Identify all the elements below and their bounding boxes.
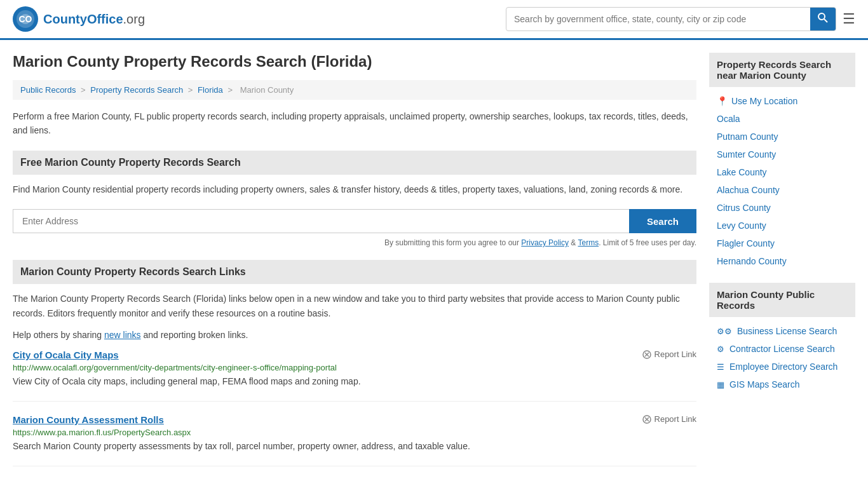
link-title-ocala-maps[interactable]: City of Ocala City Maps — [13, 349, 119, 360]
header-search-button[interactable] — [810, 8, 836, 30]
sidebar-item-hernando-county[interactable]: Hernando County — [709, 252, 855, 270]
link-url-ocala-maps[interactable]: http://www.ocalafl.org/government/city-d… — [13, 363, 696, 372]
report-icon-2 — [642, 415, 651, 424]
new-links-link[interactable]: new links — [104, 330, 141, 340]
sidebar-public-records-section: Marion County Public Records ⚙⚙ Business… — [709, 283, 855, 393]
link-url-assessment-rolls[interactable]: https://www.pa.marion.fl.us/PropertySear… — [13, 428, 696, 437]
svg-line-5 — [824, 19, 827, 22]
svg-point-4 — [818, 13, 825, 20]
links-section-heading: Marion County Property Records Search Li… — [13, 260, 696, 284]
link-desc-ocala-maps: View City of Ocala city maps, including … — [13, 375, 696, 388]
sidebar-nearby-section: Property Records Search near Marion Coun… — [709, 53, 855, 270]
header-search-bar — [506, 7, 836, 31]
terms-link[interactable]: Terms — [578, 238, 599, 247]
header-search-input[interactable] — [506, 9, 810, 29]
sidebar-item-putnam-county[interactable]: Putnam County — [709, 128, 855, 146]
sidebar-item-flagler-county[interactable]: Flagler County — [709, 234, 855, 252]
sidebar-public-records-heading: Marion County Public Records — [709, 283, 855, 317]
header: CO CountyOffice.org ☰ — [0, 0, 868, 40]
address-input[interactable] — [13, 209, 629, 233]
form-disclaimer: By submitting this form you agree to our… — [13, 238, 696, 247]
sidebar-item-business-license[interactable]: ⚙⚙ Business License Search — [709, 322, 855, 340]
sidebar-item-citrus-county[interactable]: Citrus County — [709, 199, 855, 217]
location-pin-icon: 📍 — [717, 96, 728, 106]
logo-icon: CO — [13, 6, 38, 32]
sidebar-item-employee-directory[interactable]: ☰ Employee Directory Search — [709, 358, 855, 376]
gear-icon-contractor: ⚙ — [717, 344, 724, 354]
logo-text: CountyOffice.org — [43, 12, 145, 27]
sidebar: Property Records Search near Marion Coun… — [709, 53, 855, 479]
report-icon — [642, 350, 651, 359]
header-right: ☰ — [506, 7, 855, 31]
list-icon-employee: ☰ — [717, 362, 724, 372]
page-title: Marion County Property Records Search (F… — [13, 53, 696, 71]
page-description: Perform a free Marion County, FL public … — [13, 109, 696, 138]
sidebar-item-lake-county[interactable]: Lake County — [709, 163, 855, 181]
grid-icon-gis: ▦ — [717, 380, 724, 390]
free-search-heading: Free Marion County Property Records Sear… — [13, 151, 696, 175]
privacy-policy-link[interactable]: Privacy Policy — [521, 238, 569, 247]
report-link-assessment-rolls[interactable]: Report Link — [642, 414, 696, 424]
breadcrumb-florida[interactable]: Florida — [198, 85, 223, 95]
breadcrumb-property-records-search[interactable]: Property Records Search — [90, 85, 183, 95]
search-button[interactable]: Search — [629, 209, 696, 233]
sidebar-item-gis-maps[interactable]: ▦ GIS Maps Search — [709, 376, 855, 393]
link-item: City of Ocala City Maps Report Link http… — [13, 349, 696, 402]
free-search-description: Find Marion County residential property … — [13, 182, 696, 196]
gear-icon-business: ⚙⚙ — [717, 327, 732, 336]
sidebar-item-ocala[interactable]: Ocala — [709, 110, 855, 128]
link-title-assessment-rolls[interactable]: Marion County Assessment Rolls — [13, 414, 164, 425]
sidebar-item-contractor-license[interactable]: ⚙ Contractor License Search — [709, 340, 855, 358]
sidebar-nearby-heading: Property Records Search near Marion Coun… — [709, 53, 855, 87]
sidebar-item-use-my-location[interactable]: 📍 Use My Location — [709, 92, 855, 110]
breadcrumb: Public Records > Property Records Search… — [13, 80, 696, 100]
report-link-ocala-maps[interactable]: Report Link — [642, 349, 696, 359]
address-search-form: Search — [13, 209, 696, 233]
links-section: The Marion County Property Records Searc… — [13, 292, 696, 466]
menu-button[interactable]: ☰ — [843, 11, 855, 27]
main-container: Marion County Property Records Search (F… — [0, 40, 868, 488]
content-area: Marion County Property Records Search (F… — [13, 53, 696, 479]
breadcrumb-public-records[interactable]: Public Records — [20, 85, 76, 95]
link-desc-assessment-rolls: Search Marion County property assessment… — [13, 440, 696, 453]
link-item: Marion County Assessment Rolls Report Li… — [13, 414, 696, 466]
sidebar-item-levy-county[interactable]: Levy County — [709, 217, 855, 234]
logo-area: CO CountyOffice.org — [13, 6, 145, 32]
sidebar-item-alachua-county[interactable]: Alachua County — [709, 181, 855, 199]
breadcrumb-current: Marion County — [240, 85, 294, 95]
links-description1: The Marion County Property Records Searc… — [13, 292, 696, 320]
links-description2: Help others by sharing new links and rep… — [13, 328, 696, 342]
svg-text:CO: CO — [19, 14, 32, 24]
sidebar-item-sumter-county[interactable]: Sumter County — [709, 146, 855, 163]
